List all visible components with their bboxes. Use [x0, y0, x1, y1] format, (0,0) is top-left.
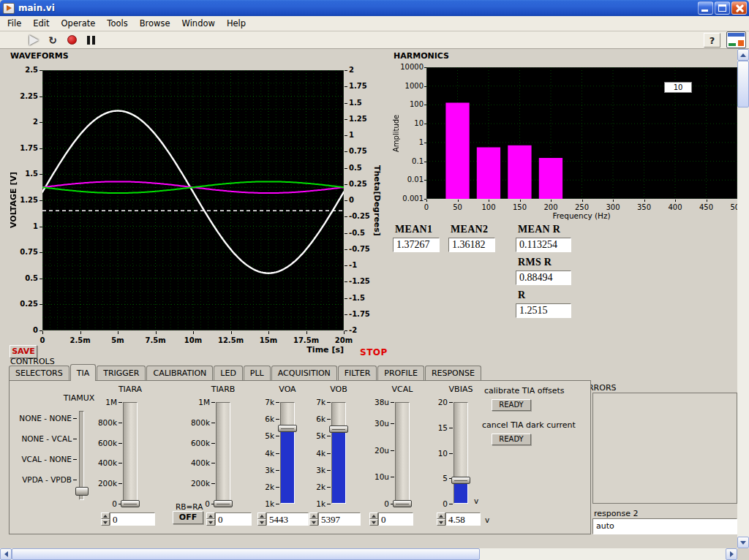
tab-calibration[interactable]: CALIBRATION — [146, 366, 213, 380]
tick-mark — [327, 470, 331, 471]
save-button[interactable]: SAVE — [10, 345, 37, 358]
scroll-right-button[interactable] — [726, 548, 737, 560]
scale-label: 7k — [293, 398, 325, 406]
tab-strip: SELECTORSTIATRIGGERCALIBRATIONLEDPLLACQU… — [9, 363, 482, 380]
voa-slider: VOA7k6k5k4k3k2k1k — [242, 385, 301, 515]
tick-mark — [156, 331, 157, 334]
decrement-icon[interactable] — [437, 519, 445, 526]
vbias-label: VBIAS — [432, 385, 490, 394]
tiamux-option-3[interactable]: VCAL - NONE — [13, 455, 72, 463]
tab-selectors[interactable]: SELECTORS — [9, 366, 69, 380]
scroll-down-button[interactable] — [737, 537, 749, 548]
horizontal-scroll-thumb[interactable] — [12, 548, 480, 560]
tiarb-track[interactable] — [216, 402, 230, 504]
vob-handle[interactable] — [329, 425, 348, 433]
scale-label: 0 — [357, 499, 389, 508]
decrement-icon[interactable] — [206, 519, 215, 526]
menu-item-file[interactable]: File — [1, 16, 27, 31]
vertical-scrollbar[interactable] — [737, 49, 749, 548]
close-button[interactable] — [731, 1, 747, 15]
tab-tia[interactable]: TIA — [70, 364, 97, 381]
tiamux-option-4[interactable]: VPDA - VPDB — [13, 475, 72, 484]
plot-scale-box[interactable]: 10 — [664, 82, 692, 93]
pause-button[interactable] — [82, 32, 99, 48]
waveform-plot-area[interactable] — [42, 70, 344, 330]
tab-led[interactable]: LED — [214, 366, 243, 380]
tiamux-option-2[interactable]: NONE - VCAL — [13, 434, 72, 443]
tick-mark — [489, 200, 489, 202]
scale-label: 6k — [242, 415, 274, 423]
abort-button[interactable] — [63, 32, 80, 48]
run-continuous-button[interactable]: ↻ — [44, 32, 61, 48]
scale-label: 5k — [293, 431, 325, 440]
response-2-value[interactable]: auto — [592, 518, 737, 534]
x-tick-label: 0 — [26, 336, 59, 344]
vcal-handle[interactable] — [393, 500, 412, 507]
x-axis-label-frequency: Frequency (Hz) — [516, 211, 647, 220]
stop-button[interactable]: STOP — [360, 347, 388, 357]
harm-x-tick-label: 100 — [478, 203, 500, 211]
tab-trigger[interactable]: TRIGGER — [97, 366, 146, 380]
menu-item-help[interactable]: Help — [221, 16, 252, 31]
tick-mark — [276, 504, 279, 504]
vbias-track[interactable] — [453, 402, 468, 504]
context-help-button[interactable]: ? — [704, 33, 720, 48]
run-button[interactable] — [25, 32, 42, 48]
tick-mark — [276, 487, 279, 488]
tiarb-handle[interactable] — [214, 500, 233, 507]
menu-item-operate[interactable]: Operate — [56, 16, 102, 31]
vcal-track[interactable] — [395, 402, 410, 504]
x-tick-label: 5m — [102, 336, 134, 344]
tick-mark — [327, 487, 331, 488]
vertical-scroll-thumb[interactable] — [737, 61, 749, 107]
tiamux-handle[interactable] — [75, 487, 89, 496]
tab-acquisition[interactable]: ACQUISITION — [271, 366, 337, 380]
tick-mark — [426, 200, 427, 202]
tick-mark — [39, 227, 42, 227]
decrement-icon[interactable] — [309, 519, 318, 526]
errors-list[interactable] — [592, 393, 737, 504]
menu-item-edit[interactable]: Edit — [27, 16, 55, 31]
tab-response[interactable]: RESPONSE — [425, 366, 481, 380]
title-bar[interactable]: main.vi — [0, 0, 749, 16]
scale-label: 38u — [357, 398, 389, 406]
scroll-up-button[interactable] — [737, 49, 749, 61]
menu-item-window[interactable]: Window — [176, 16, 221, 31]
y-right-tick-label: 2 — [349, 66, 354, 74]
switch-panel-icon[interactable] — [726, 31, 746, 48]
tab-filter[interactable]: FILTER — [338, 366, 377, 380]
harm-x-tick-label: 150 — [509, 203, 531, 211]
y-right-tick-label: -0.5 — [349, 229, 365, 237]
decrement-icon[interactable] — [369, 519, 378, 526]
tick-mark — [345, 168, 347, 169]
harm-x-tick-label: 350 — [633, 203, 655, 211]
tiamux-option-1[interactable]: NONE - NONE — [13, 414, 72, 423]
tick-mark — [424, 86, 426, 87]
tick-mark — [327, 436, 331, 436]
scale-label: 200k — [178, 479, 210, 488]
cancel-ready-button[interactable]: READY — [492, 434, 531, 445]
x-tick-label: 15m — [252, 336, 285, 344]
tiara-handle[interactable] — [121, 500, 140, 507]
maximize-button[interactable] — [715, 1, 730, 15]
menu-item-browse[interactable]: Browse — [134, 16, 176, 31]
tick-mark — [118, 483, 122, 484]
decrement-icon[interactable] — [257, 519, 266, 526]
x-tick-label: 20m — [328, 336, 360, 344]
x-tick-label: 12.5m — [215, 336, 247, 344]
menu-item-tools[interactable]: Tools — [101, 16, 133, 31]
tab-profile[interactable]: PROFILE — [377, 366, 424, 380]
scroll-left-button[interactable] — [0, 548, 12, 560]
response-2-label: response 2 — [594, 509, 638, 518]
decrement-icon[interactable] — [101, 519, 110, 526]
scale-label: 4k — [242, 449, 274, 458]
tab-pll[interactable]: PLL — [244, 366, 271, 380]
vbias-handle[interactable] — [451, 477, 470, 484]
voa-track[interactable] — [280, 402, 295, 504]
tiara-track[interactable] — [123, 402, 138, 504]
minimize-button[interactable] — [698, 1, 713, 15]
vob-track[interactable] — [331, 402, 346, 504]
waveform-chart: VOLTAGE [V] Theta[Degrees] Time [s] 00.2… — [7, 63, 386, 357]
calibrate-ready-button[interactable]: READY — [492, 399, 531, 411]
y-right-tick-label: -1 — [349, 261, 357, 269]
